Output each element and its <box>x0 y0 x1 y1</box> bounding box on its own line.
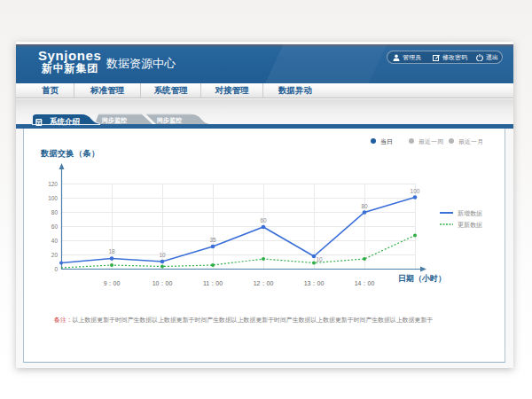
svg-text:10: 10 <box>316 256 323 262</box>
svg-text:10：00: 10：00 <box>153 280 173 286</box>
svg-text:60: 60 <box>51 223 59 230</box>
svg-text:14：00: 14：00 <box>355 280 375 286</box>
svg-text:系统介绍: 系统介绍 <box>49 117 81 126</box>
svg-text:18: 18 <box>108 248 115 254</box>
svg-text:9：00: 9：00 <box>104 280 121 286</box>
svg-text:35: 35 <box>209 237 216 243</box>
svg-text:最近一月: 最近一月 <box>458 138 483 145</box>
svg-text:同步监控: 同步监控 <box>102 117 127 124</box>
svg-text:100: 100 <box>411 188 420 194</box>
svg-text:80: 80 <box>51 209 59 215</box>
svg-text:11：00: 11：00 <box>203 280 223 286</box>
svg-text:80: 80 <box>361 203 368 209</box>
svg-text:当日: 当日 <box>380 138 393 145</box>
svg-text:40: 40 <box>51 238 59 244</box>
svg-text:13：00: 13：00 <box>304 280 325 286</box>
svg-text:日期（小时）: 日期（小时） <box>398 274 446 283</box>
svg-text:120: 120 <box>48 181 58 187</box>
svg-text:更新数据: 更新数据 <box>458 221 482 229</box>
svg-text:12：00: 12：00 <box>254 280 274 286</box>
svg-text:数据交换（条）: 数据交换（条） <box>40 149 100 158</box>
svg-text:0: 0 <box>54 266 58 272</box>
svg-text:新增数据: 新增数据 <box>458 209 482 217</box>
svg-text:最近一周: 最近一周 <box>419 138 443 145</box>
svg-text:备注：以上数据更新于时间产生数据以上数据更新于时间产生数据以: 备注：以上数据更新于时间产生数据以上数据更新于时间产生数据以上数据更新于时间产生… <box>54 317 433 324</box>
svg-text:20: 20 <box>51 252 59 258</box>
svg-text:60: 60 <box>260 217 267 223</box>
svg-text:10: 10 <box>159 252 166 258</box>
svg-text:100: 100 <box>48 195 58 201</box>
svg-text:同步监控: 同步监控 <box>157 117 182 124</box>
